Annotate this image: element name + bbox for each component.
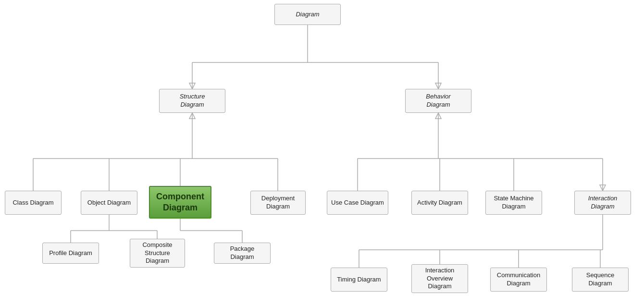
svg-marker-9 [189, 113, 195, 119]
node-class-diagram: Class Diagram [5, 191, 62, 215]
node-usecase-diagram: Use Case Diagram [327, 191, 388, 215]
node-composite-structure-diagram: CompositeStructureDiagram [130, 239, 185, 268]
node-diagram: Diagram [274, 4, 341, 25]
node-communication-diagram: CommunicationDiagram [490, 268, 547, 292]
node-statemachine-diagram: State MachineDiagram [485, 191, 542, 215]
svg-marker-29 [600, 185, 606, 191]
node-timing-diagram: Timing Diagram [331, 268, 387, 292]
node-component-diagram: ComponentDiagram [149, 186, 211, 219]
node-interaction-diagram: InteractionDiagram [574, 191, 631, 215]
diagram-container: Diagram StructureDiagram BehaviorDiagram… [0, 0, 644, 306]
svg-marker-7 [435, 83, 441, 89]
node-sequence-diagram: SequenceDiagram [572, 268, 629, 292]
svg-marker-5 [189, 83, 195, 89]
node-structure: StructureDiagram [159, 89, 225, 113]
node-interaction-overview-diagram: InteractionOverviewDiagram [411, 264, 468, 293]
node-deployment-diagram: DeploymentDiagram [250, 191, 306, 215]
node-object-diagram: Object Diagram [81, 191, 137, 215]
svg-marker-23 [435, 113, 441, 119]
node-package-diagram: Package Diagram [214, 243, 271, 264]
node-activity-diagram: Activity Diagram [411, 191, 468, 215]
node-behavior: BehaviorDiagram [405, 89, 471, 113]
node-profile-diagram: Profile Diagram [42, 243, 99, 264]
